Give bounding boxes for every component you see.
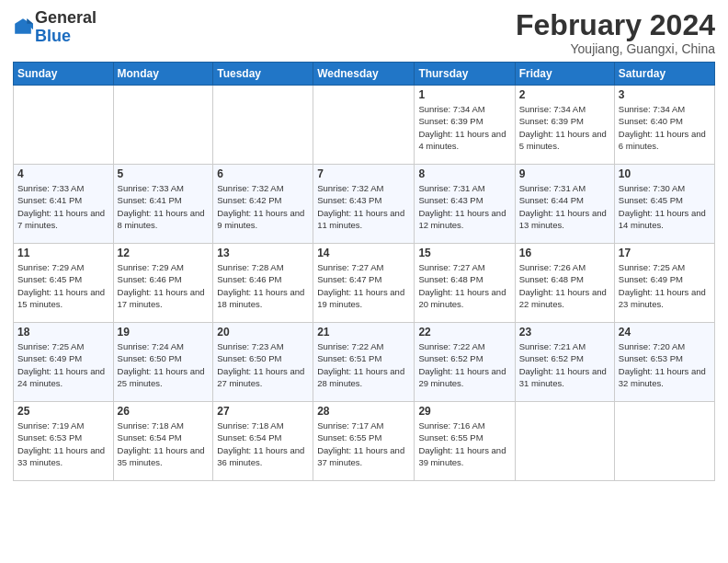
- day-cell-2-5: 16Sunrise: 7:26 AM Sunset: 6:48 PM Dayli…: [515, 244, 614, 323]
- calendar-page: General Blue February 2024 Youjiang, Gua…: [0, 0, 728, 563]
- day-info: Sunrise: 7:27 AM Sunset: 6:47 PM Dayligh…: [317, 261, 410, 310]
- svg-marker-2: [27, 18, 33, 24]
- day-info: Sunrise: 7:31 AM Sunset: 6:44 PM Dayligh…: [519, 182, 610, 231]
- day-info: Sunrise: 7:23 AM Sunset: 6:50 PM Dayligh…: [217, 340, 309, 389]
- day-info: Sunrise: 7:31 AM Sunset: 6:43 PM Dayligh…: [418, 182, 510, 231]
- day-info: Sunrise: 7:34 AM Sunset: 6:40 PM Dayligh…: [619, 103, 711, 152]
- day-cell-0-3: [313, 86, 415, 165]
- day-cell-4-2: 27Sunrise: 7:18 AM Sunset: 6:54 PM Dayli…: [213, 402, 313, 481]
- col-monday: Monday: [113, 63, 213, 86]
- col-thursday: Thursday: [415, 63, 515, 86]
- day-number: 28: [317, 405, 410, 418]
- day-number: 25: [17, 405, 109, 418]
- day-number: 3: [619, 88, 711, 101]
- day-info: Sunrise: 7:25 AM Sunset: 6:49 PM Dayligh…: [619, 261, 711, 310]
- day-cell-2-2: 13Sunrise: 7:28 AM Sunset: 6:46 PM Dayli…: [213, 244, 313, 323]
- day-cell-2-1: 12Sunrise: 7:29 AM Sunset: 6:46 PM Dayli…: [113, 244, 213, 323]
- day-cell-1-5: 9Sunrise: 7:31 AM Sunset: 6:44 PM Daylig…: [515, 165, 614, 244]
- day-info: Sunrise: 7:16 AM Sunset: 6:55 PM Dayligh…: [418, 419, 510, 468]
- day-number: 12: [118, 247, 210, 259]
- day-cell-3-3: 21Sunrise: 7:22 AM Sunset: 6:51 PM Dayli…: [313, 323, 415, 402]
- day-number: 22: [418, 326, 510, 339]
- day-cell-3-2: 20Sunrise: 7:23 AM Sunset: 6:50 PM Dayli…: [213, 323, 313, 402]
- day-cell-4-0: 25Sunrise: 7:19 AM Sunset: 6:53 PM Dayli…: [14, 402, 114, 481]
- day-cell-0-5: 2Sunrise: 7:34 AM Sunset: 6:39 PM Daylig…: [515, 86, 614, 165]
- day-info: Sunrise: 7:25 AM Sunset: 6:49 PM Dayligh…: [17, 340, 109, 389]
- day-number: 14: [317, 247, 410, 259]
- day-info: Sunrise: 7:26 AM Sunset: 6:48 PM Dayligh…: [519, 261, 610, 310]
- day-cell-1-4: 8Sunrise: 7:31 AM Sunset: 6:43 PM Daylig…: [415, 165, 515, 244]
- month-title: February 2024: [516, 9, 715, 41]
- day-cell-4-5: [515, 402, 614, 481]
- logo-text: General Blue: [35, 9, 97, 46]
- day-number: 6: [217, 167, 309, 180]
- col-friday: Friday: [515, 63, 614, 86]
- day-info: Sunrise: 7:33 AM Sunset: 6:41 PM Dayligh…: [17, 182, 109, 231]
- day-info: Sunrise: 7:30 AM Sunset: 6:45 PM Dayligh…: [619, 182, 711, 231]
- day-info: Sunrise: 7:29 AM Sunset: 6:46 PM Dayligh…: [118, 261, 210, 310]
- day-info: Sunrise: 7:33 AM Sunset: 6:41 PM Dayligh…: [118, 182, 210, 231]
- day-info: Sunrise: 7:19 AM Sunset: 6:53 PM Dayligh…: [17, 419, 109, 468]
- day-cell-1-2: 6Sunrise: 7:32 AM Sunset: 6:42 PM Daylig…: [213, 165, 313, 244]
- day-number: 2: [519, 88, 610, 101]
- day-cell-3-1: 19Sunrise: 7:24 AM Sunset: 6:50 PM Dayli…: [113, 323, 213, 402]
- col-tuesday: Tuesday: [213, 63, 313, 86]
- day-cell-0-6: 3Sunrise: 7:34 AM Sunset: 6:40 PM Daylig…: [614, 86, 714, 165]
- day-cell-3-5: 23Sunrise: 7:21 AM Sunset: 6:52 PM Dayli…: [515, 323, 614, 402]
- day-info: Sunrise: 7:17 AM Sunset: 6:55 PM Dayligh…: [317, 419, 410, 468]
- day-info: Sunrise: 7:22 AM Sunset: 6:52 PM Dayligh…: [418, 340, 510, 389]
- day-cell-4-6: [614, 402, 714, 481]
- day-cell-2-0: 11Sunrise: 7:29 AM Sunset: 6:45 PM Dayli…: [14, 244, 114, 323]
- day-cell-4-4: 29Sunrise: 7:16 AM Sunset: 6:55 PM Dayli…: [415, 402, 515, 481]
- logo-general: General: [35, 9, 97, 28]
- day-cell-0-4: 1Sunrise: 7:34 AM Sunset: 6:39 PM Daylig…: [415, 86, 515, 165]
- week-row-3: 18Sunrise: 7:25 AM Sunset: 6:49 PM Dayli…: [14, 323, 715, 402]
- day-info: Sunrise: 7:18 AM Sunset: 6:54 PM Dayligh…: [217, 419, 309, 468]
- location: Youjiang, Guangxi, China: [516, 41, 715, 56]
- day-info: Sunrise: 7:21 AM Sunset: 6:52 PM Dayligh…: [519, 340, 610, 389]
- day-info: Sunrise: 7:18 AM Sunset: 6:54 PM Dayligh…: [118, 419, 210, 468]
- col-saturday: Saturday: [614, 63, 714, 86]
- day-info: Sunrise: 7:28 AM Sunset: 6:46 PM Dayligh…: [217, 261, 309, 310]
- day-number: 20: [217, 326, 309, 339]
- day-cell-3-6: 24Sunrise: 7:20 AM Sunset: 6:53 PM Dayli…: [614, 323, 714, 402]
- day-info: Sunrise: 7:20 AM Sunset: 6:53 PM Dayligh…: [619, 340, 711, 389]
- day-info: Sunrise: 7:29 AM Sunset: 6:45 PM Dayligh…: [17, 261, 109, 310]
- day-info: Sunrise: 7:22 AM Sunset: 6:51 PM Dayligh…: [317, 340, 410, 389]
- day-cell-0-1: [113, 86, 213, 165]
- day-info: Sunrise: 7:24 AM Sunset: 6:50 PM Dayligh…: [118, 340, 210, 389]
- calendar-header-row: Sunday Monday Tuesday Wednesday Thursday…: [14, 63, 715, 86]
- day-info: Sunrise: 7:32 AM Sunset: 6:43 PM Dayligh…: [317, 182, 410, 231]
- day-info: Sunrise: 7:34 AM Sunset: 6:39 PM Dayligh…: [519, 103, 610, 152]
- day-cell-1-1: 5Sunrise: 7:33 AM Sunset: 6:41 PM Daylig…: [113, 165, 213, 244]
- day-number: 7: [317, 167, 410, 180]
- calendar-table: Sunday Monday Tuesday Wednesday Thursday…: [13, 62, 715, 481]
- day-cell-1-6: 10Sunrise: 7:30 AM Sunset: 6:45 PM Dayli…: [614, 165, 714, 244]
- header: General Blue February 2024 Youjiang, Gua…: [13, 9, 715, 56]
- day-info: Sunrise: 7:27 AM Sunset: 6:48 PM Dayligh…: [418, 261, 510, 310]
- day-cell-2-4: 15Sunrise: 7:27 AM Sunset: 6:48 PM Dayli…: [415, 244, 515, 323]
- day-number: 29: [418, 405, 510, 418]
- day-number: 19: [118, 326, 210, 339]
- week-row-1: 4Sunrise: 7:33 AM Sunset: 6:41 PM Daylig…: [14, 165, 715, 244]
- logo-blue: Blue: [35, 28, 97, 46]
- day-number: 16: [519, 247, 610, 259]
- logo-icon: [13, 17, 33, 37]
- day-number: 10: [619, 167, 711, 180]
- day-cell-4-1: 26Sunrise: 7:18 AM Sunset: 6:54 PM Dayli…: [113, 402, 213, 481]
- day-number: 5: [118, 167, 210, 180]
- day-cell-0-2: [213, 86, 313, 165]
- week-row-4: 25Sunrise: 7:19 AM Sunset: 6:53 PM Dayli…: [14, 402, 715, 481]
- day-number: 17: [619, 247, 711, 259]
- logo: General Blue: [13, 9, 97, 46]
- day-number: 18: [17, 326, 109, 339]
- day-number: 13: [217, 247, 309, 259]
- day-number: 9: [519, 167, 610, 180]
- day-number: 26: [118, 405, 210, 418]
- day-number: 8: [418, 167, 510, 180]
- day-cell-2-6: 17Sunrise: 7:25 AM Sunset: 6:49 PM Dayli…: [614, 244, 714, 323]
- col-sunday: Sunday: [14, 63, 114, 86]
- week-row-2: 11Sunrise: 7:29 AM Sunset: 6:45 PM Dayli…: [14, 244, 715, 323]
- day-cell-2-3: 14Sunrise: 7:27 AM Sunset: 6:47 PM Dayli…: [313, 244, 415, 323]
- day-number: 1: [418, 88, 510, 101]
